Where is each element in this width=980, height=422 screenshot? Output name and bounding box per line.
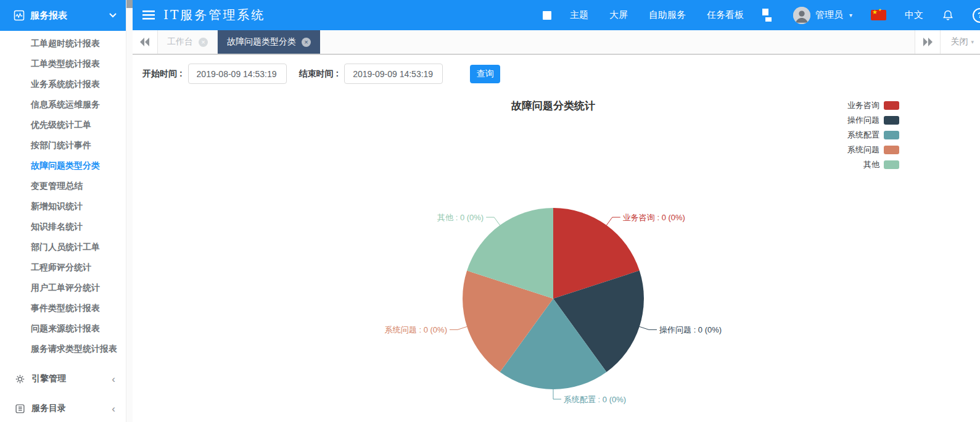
- end-time-input[interactable]: [344, 64, 443, 84]
- sidebar-scrollbar[interactable]: [126, 0, 133, 422]
- sidebar-header-service-report[interactable]: 服务报表: [0, 0, 126, 31]
- sidebar-item-12[interactable]: 用户工单评分统计: [0, 278, 126, 298]
- top-navbar: IT服务管理系统 主题大屏自助服务任务看板 管理员 ▾ ★★ 中文 ?: [133, 0, 980, 30]
- user-menu[interactable]: 管理员 ▾: [793, 7, 852, 24]
- chevron-left-icon: ‹: [112, 374, 115, 384]
- end-time-label: 结束时间 :: [299, 68, 339, 80]
- legend-swatch-4[interactable]: [884, 160, 899, 169]
- sidebar-item-2[interactable]: 业务系统统计报表: [0, 74, 126, 94]
- pie-label-line-2: [553, 389, 561, 399]
- legend-label-2[interactable]: 系统配置: [847, 130, 879, 139]
- pulse-chart-icon: [14, 10, 25, 21]
- navbar-right-cluster: 主题大屏自助服务任务看板 管理员 ▾ ★★ 中文 ?: [543, 7, 980, 24]
- start-time-label: 开始时间 :: [142, 68, 183, 80]
- sidebar-section-label: 服务目录: [31, 403, 66, 414]
- language-switch[interactable]: 中文: [905, 9, 923, 21]
- pie-label-3: 系统问题 : 0 (0%): [385, 325, 447, 334]
- sidebar-item-14[interactable]: 问题来源统计报表: [0, 318, 126, 339]
- user-name-label: 管理员: [815, 9, 843, 21]
- tab-close-icon[interactable]: ×: [302, 38, 311, 47]
- sidebar-item-1[interactable]: 工单类型统计报表: [0, 54, 126, 74]
- sidebar-section-catalog[interactable]: 服务目录 ‹: [0, 396, 126, 421]
- pie-label-4: 其他 : 0 (0%): [437, 213, 484, 222]
- app-window: 服务报表 工单超时统计报表工单类型统计报表业务系统统计报表信息系统运维服务优先级…: [0, 0, 980, 422]
- navbar-menu: 主题大屏自助服务任务看板: [570, 9, 744, 21]
- sidebar-item-9[interactable]: 知识排名统计: [0, 217, 126, 237]
- sidebar-item-7[interactable]: 变更管理总结: [0, 176, 126, 196]
- pie-label-0: 业务咨询 : 0 (0%): [623, 213, 685, 222]
- close-tabs-button[interactable]: 关闭 ▾: [940, 30, 980, 54]
- legend-swatch-0[interactable]: [884, 101, 899, 110]
- app-title: IT服务管理系统: [163, 7, 265, 23]
- pie-label-line-1: [640, 326, 657, 329]
- legend-swatch-1[interactable]: [884, 116, 899, 125]
- sidebar-menu: 工单超时统计报表工单类型统计报表业务系统统计报表信息系统运维服务优先级统计工单按…: [0, 31, 126, 359]
- flag-china-icon[interactable]: ★★: [871, 10, 886, 20]
- help-icon[interactable]: ?: [973, 8, 980, 23]
- avatar[interactable]: [793, 7, 810, 24]
- pie-chart: 故障问题分类统计业务咨询操作问题系统配置系统问题其他业务咨询 : 0 (0%)操…: [133, 55, 980, 422]
- chevron-down-icon: [109, 13, 117, 18]
- sidebar-item-3[interactable]: 信息系统运维服务: [0, 94, 126, 115]
- dashboard-grid-icon[interactable]: [762, 9, 775, 22]
- tab-label: 工作台: [167, 36, 193, 48]
- legend-swatch-2[interactable]: [884, 131, 899, 139]
- tab-close-icon[interactable]: ×: [199, 38, 208, 47]
- caret-down-icon: ▾: [849, 12, 852, 19]
- chevron-left-icon: ‹: [112, 403, 115, 414]
- double-chevron-left-icon: [140, 38, 150, 46]
- pie-label-line-4: [486, 217, 500, 225]
- sidebar-header-label: 服务报表: [30, 10, 67, 22]
- sidebar-item-11[interactable]: 工程师评分统计: [0, 257, 126, 278]
- sidebar-item-8[interactable]: 新增知识统计: [0, 196, 126, 217]
- legend-swatch-3[interactable]: [884, 146, 899, 154]
- pie-label-1: 操作问题 : 0 (0%): [659, 325, 722, 334]
- tab-1[interactable]: 故障问题类型分类×: [218, 30, 320, 54]
- tab-scroll-left-button[interactable]: [133, 30, 158, 54]
- fullscreen-icon[interactable]: [543, 11, 551, 20]
- start-time-input[interactable]: [188, 64, 287, 84]
- sidebar-item-13[interactable]: 事件类型统计报表: [0, 298, 126, 318]
- legend-label-3[interactable]: 系统问题: [847, 145, 879, 154]
- double-chevron-right-icon: [923, 38, 933, 46]
- legend-label-4[interactable]: 其他: [863, 160, 880, 169]
- sidebar-item-0[interactable]: 工单超时统计报表: [0, 33, 126, 54]
- bell-icon[interactable]: [942, 9, 954, 22]
- tab-scroll-right-button[interactable]: [915, 30, 940, 54]
- nav-item-2[interactable]: 自助服务: [649, 9, 686, 21]
- nav-item-3[interactable]: 任务看板: [707, 9, 744, 21]
- gear-icon: [15, 374, 25, 384]
- sidebar: 服务报表 工单超时统计报表工单类型统计报表业务系统统计报表信息系统运维服务优先级…: [0, 0, 133, 422]
- legend-label-1[interactable]: 操作问题: [847, 115, 879, 125]
- sidebar-item-6[interactable]: 故障问题类型分类: [0, 155, 126, 176]
- sidebar-item-5[interactable]: 按部门统计事件: [0, 135, 126, 155]
- tab-0[interactable]: 工作台×: [158, 30, 218, 54]
- tab-label: 故障问题类型分类: [227, 36, 296, 48]
- caret-down-icon: ▾: [971, 39, 974, 45]
- close-tabs-label: 关闭: [950, 36, 968, 48]
- sidebar-section-engine[interactable]: 引擎管理 ‹: [0, 366, 126, 391]
- hamburger-icon[interactable]: [142, 10, 155, 20]
- tab-bar: 工作台×故障问题类型分类× 关闭 ▾: [133, 30, 980, 55]
- pie-label-line-0: [606, 217, 620, 225]
- sidebar-section-label: 引擎管理: [31, 373, 66, 384]
- sidebar-item-4[interactable]: 优先级统计工单: [0, 115, 126, 135]
- list-icon: [15, 403, 25, 414]
- sidebar-item-10[interactable]: 部门人员统计工单: [0, 237, 126, 257]
- tabs: 工作台×故障问题类型分类×: [158, 30, 320, 54]
- flag-star-large: ★: [872, 9, 878, 15]
- pie-label-2: 系统配置 : 0 (0%): [564, 395, 626, 404]
- chart-title: 故障问题分类统计: [511, 100, 595, 112]
- query-button[interactable]: 查询: [470, 65, 500, 83]
- nav-item-1[interactable]: 大屏: [609, 9, 628, 21]
- sidebar-item-15[interactable]: 服务请求类型统计报表: [0, 339, 126, 359]
- main-content: 故障问题分类统计业务咨询操作问题系统配置系统问题其他业务咨询 : 0 (0%)操…: [133, 55, 980, 422]
- filter-row: 开始时间 : 结束时间 : 查询: [142, 64, 500, 84]
- pie-label-line-3: [450, 326, 467, 329]
- sidebar-scrollbar-thumb[interactable]: [126, 0, 133, 8]
- nav-item-0[interactable]: 主题: [570, 9, 588, 21]
- legend-label-0[interactable]: 业务咨询: [847, 101, 879, 110]
- flag-star-small: ★: [878, 7, 881, 12]
